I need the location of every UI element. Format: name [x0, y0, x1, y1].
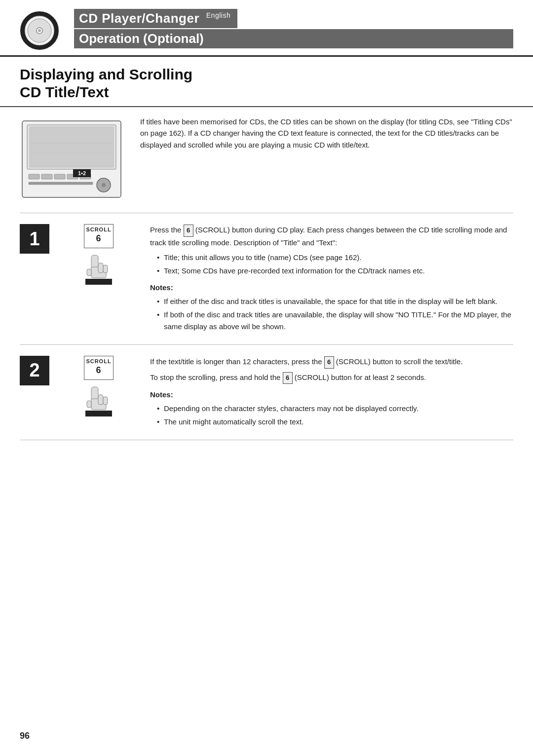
svg-rect-30	[98, 395, 103, 405]
note-1-1: If either of the disc and track titles i…	[157, 296, 513, 307]
note-1-2: If both of the disc and track titles are…	[157, 309, 513, 333]
scroll-key-1: 6	[184, 225, 193, 237]
step-2-instruction-1: If the text/title is longer than 12 char…	[150, 356, 513, 369]
cd-disc-logo	[20, 11, 59, 50]
svg-point-18	[102, 183, 106, 187]
svg-rect-25	[103, 265, 108, 273]
step-2-instruction-2: To stop the scrolling, press and hold th…	[150, 372, 513, 384]
header-title-sub: Operation (Optional)	[74, 29, 513, 48]
svg-point-4	[38, 29, 41, 32]
svg-rect-19	[29, 182, 93, 185]
step-1-bullets: Title; this unit allows you to title (na…	[150, 252, 513, 277]
page-header: CD Player/Changer English Operation (Opt…	[0, 0, 533, 57]
step-1-illustration: SCROLL 6	[59, 224, 138, 288]
step-1-instruction: Press the 6 (SCROLL) button during CD pl…	[150, 224, 513, 249]
scroll-finger	[81, 254, 116, 288]
scroll-button-box-2: SCROLL 6	[84, 356, 114, 380]
notes-label-1: Notes:	[150, 283, 173, 292]
content-area: 1•2 If titles have been memorised for CD…	[0, 107, 533, 440]
step-2-row: 2 SCROLL 6 If the text/title is longer t…	[20, 345, 513, 441]
svg-rect-32	[87, 401, 91, 408]
page-number: 96	[20, 731, 30, 741]
svg-rect-26	[87, 269, 91, 276]
step-1-content: Press the 6 (SCROLL) button during CD pl…	[138, 224, 513, 336]
svg-rect-12	[29, 174, 39, 179]
header-english-label: English	[206, 11, 230, 19]
svg-rect-14	[54, 174, 65, 179]
svg-rect-33	[85, 411, 112, 416]
svg-rect-27	[85, 279, 112, 285]
intro-text: If titles have been memorised for CDs, t…	[140, 116, 513, 204]
notes-label-2: Notes:	[150, 390, 173, 399]
svg-text:1•2: 1•2	[78, 170, 86, 176]
scroll-finger-2	[81, 386, 116, 419]
step-1-bullet-1: Title; this unit allows you to title (na…	[157, 252, 513, 264]
intro-block: 1•2 If titles have been memorised for CD…	[20, 107, 513, 213]
step-1-number: 1	[20, 224, 49, 254]
scroll-label: SCROLL	[86, 227, 111, 232]
scroll-key-2: 6	[324, 356, 334, 369]
scroll-button-box: SCROLL 6	[84, 224, 114, 248]
section-heading: Displaying and Scrolling CD Title/Text	[0, 57, 533, 107]
note-2-2: The unit might automatically scroll the …	[157, 416, 513, 428]
device-image: 1•2	[20, 116, 128, 204]
note-2-1: Depending on the character styles, chara…	[157, 403, 513, 415]
scroll-number: 6	[96, 233, 101, 244]
svg-rect-24	[98, 263, 103, 273]
step-1-notes: Notes: If either of the disc and track t…	[150, 282, 513, 333]
svg-rect-13	[41, 174, 52, 179]
step-1-row: 1 SCROLL 6	[20, 213, 513, 345]
scroll-key-3: 6	[283, 372, 293, 384]
step-2-content: If the text/title is longer than 12 char…	[138, 356, 513, 431]
svg-rect-9	[30, 127, 114, 167]
header-title-block: CD Player/Changer English Operation (Opt…	[74, 9, 513, 48]
scroll-label-2: SCROLL	[86, 358, 111, 364]
section-title: Displaying and Scrolling CD Title/Text	[20, 66, 513, 101]
notes-list-1: If either of the disc and track titles i…	[150, 296, 513, 333]
step-1-bullet-2: Text; Some CDs have pre-recorded text in…	[157, 265, 513, 277]
step-2-number: 2	[20, 356, 49, 385]
notes-list-2: Depending on the character styles, chara…	[150, 403, 513, 428]
scroll-number-2: 6	[96, 365, 101, 376]
header-title-main: CD Player/Changer English	[74, 9, 237, 28]
step-2-notes: Notes: Depending on the character styles…	[150, 389, 513, 428]
step-2-illustration: SCROLL 6	[59, 356, 138, 419]
svg-rect-31	[103, 397, 108, 405]
